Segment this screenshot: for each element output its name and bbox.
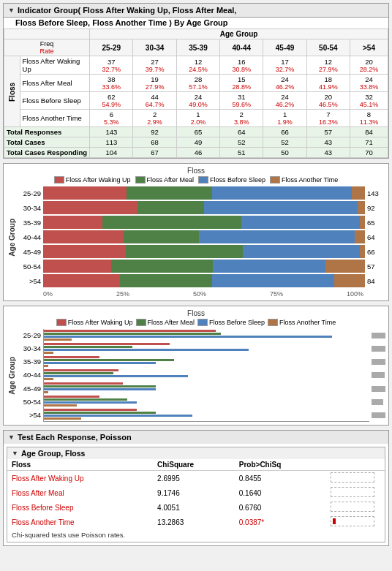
freq-bar-3-2 [44, 375, 188, 377]
share-bar-row-1 [43, 201, 365, 214]
section-title2: Floss Before Sleep, Floss Another Time )… [4, 18, 388, 29]
chi-sparkline-0 [326, 471, 385, 486]
legend-color-3 [270, 176, 280, 184]
freq-legend-item-2: Floss Before Sleep [197, 319, 265, 326]
total-row-label-1: Total Cases [4, 137, 90, 148]
freq-chart-legend: Floss After Waking UpFloss After MealFlo… [7, 319, 385, 326]
legend-color-1 [135, 176, 146, 184]
share-total-5: 57 [367, 260, 385, 274]
freq-y-label-2: 35-39 [17, 356, 41, 368]
freq-total-3 [372, 369, 385, 381]
share-total-1: 92 [367, 201, 385, 216]
total-cell-2-4: 50 [263, 148, 306, 158]
freq-rate-label: FreqRate [4, 39, 90, 56]
share-total-3: 64 [367, 230, 385, 245]
age-col-header: 30-34 [133, 39, 176, 56]
freq-legend-color-2 [197, 319, 208, 326]
share-bar-seg-1-0 [43, 201, 137, 214]
freq-total-bar-3 [372, 372, 385, 378]
total-cell-0-1: 92 [133, 127, 176, 137]
table-cell-3-0: 65.3% [90, 110, 133, 127]
freq-total-1 [372, 343, 385, 355]
freq-bar-3-0 [44, 369, 118, 371]
share-bar-row-5 [43, 260, 365, 273]
chi-sparkline-1 [326, 485, 385, 500]
chi-prob-0: 0.8455 [235, 471, 326, 486]
chi-sparkline-2 [326, 500, 385, 515]
freq-bar-6-3 [44, 417, 81, 420]
total-cell-1-6: 71 [350, 137, 388, 148]
collapse-icon[interactable]: ▼ [8, 7, 15, 14]
freq-bar-2-2 [44, 362, 156, 364]
share-y-label-2: 35-39 [17, 216, 41, 230]
test-collapse-icon[interactable]: ▼ [8, 434, 15, 441]
share-totals: 143926564665784 [365, 186, 385, 289]
share-y-label-4: 45-49 [17, 245, 41, 260]
freq-bar-2-1 [44, 359, 174, 361]
freq-bar-5-1 [44, 398, 127, 401]
legend-label-0: Floss After Waking Up [66, 176, 131, 184]
table-cell-2-5: 2046.5% [306, 92, 350, 110]
main-container: ▼ Indicator Group( Floss After Waking Up… [0, 0, 392, 553]
share-bar-row-6 [43, 274, 365, 287]
freq-bar-0-2 [44, 336, 332, 338]
chi-col2: ChiSquare [153, 459, 235, 471]
table-cell-3-5: 716.3% [306, 110, 350, 127]
share-chart-legend: Floss After Waking UpFloss After MealFlo… [7, 176, 385, 184]
share-bar-seg-4-0 [43, 245, 126, 258]
table-cell-3-2: 12.0% [176, 110, 219, 127]
table-cell-0-5: 1227.9% [306, 56, 350, 75]
chi-col3: Prob>ChiSq [235, 459, 326, 471]
chi-prob-3: 0.0387* [235, 515, 326, 529]
table-cell-1-0: 3833.6% [90, 75, 133, 92]
freq-bar-6-0 [44, 409, 137, 411]
table-cell-0-2: 1224.5% [176, 56, 219, 75]
freq-legend-color-1 [136, 319, 146, 326]
share-bar-seg-6-1 [120, 274, 212, 287]
share-bar-seg-0-3 [352, 186, 365, 200]
table-cell-2-6: 3245.1% [350, 92, 388, 110]
table-cell-3-4: 11.9% [263, 110, 306, 127]
share-bar-seg-3-2 [199, 230, 355, 243]
freq-total-4 [372, 383, 385, 395]
chi-row-label-2: Floss Before Sleep [7, 500, 153, 515]
total-cell-2-3: 51 [220, 148, 263, 158]
freq-bar-2-0 [44, 356, 99, 358]
share-y-label-3: 40-44 [17, 230, 41, 245]
freq-total-bar-5 [372, 399, 383, 405]
total-cell-0-0: 143 [90, 127, 133, 137]
table-cell-0-4: 1732.7% [263, 56, 306, 75]
share-bar-row-2 [43, 216, 365, 229]
freq-total-bar-6 [372, 412, 385, 418]
sub-collapse-icon[interactable]: ▼ [12, 450, 18, 457]
freq-total-bar-4 [372, 386, 385, 392]
age-col-header: >54 [350, 39, 388, 56]
chi-val-3: 13.2863 [153, 515, 235, 529]
test-title: Test Each Response, Poisson [18, 433, 132, 442]
chi-row-label-3: Floss Another Time [7, 515, 153, 529]
chi-prob-1: 0.1640 [235, 485, 326, 500]
freq-legend-item-0: Floss After Waking Up [56, 319, 133, 326]
freq-y-label-3: 40-44 [17, 369, 41, 381]
freq-bar-0-3 [44, 339, 72, 341]
chi-prob-2: 0.6760 [235, 500, 326, 515]
sub-row-label-3: Floss Another Time [20, 110, 90, 127]
share-bar-seg-3-1 [124, 230, 199, 243]
chi-val-2: 4.0051 [153, 500, 235, 515]
freq-totals [369, 329, 385, 422]
freq-bar-1-2 [44, 349, 249, 351]
table-cell-1-5: 1841.9% [306, 75, 350, 92]
age-col-header: 50-54 [306, 39, 350, 56]
share-bar-seg-1-1 [137, 201, 204, 214]
freq-legend-label-3: Floss Another Time [279, 319, 336, 326]
share-bar-seg-2-0 [43, 216, 102, 229]
freq-y-label-1: 30-34 [17, 343, 41, 355]
share-bar-seg-6-2 [212, 274, 335, 287]
freq-legend-item-1: Floss After Meal [136, 319, 195, 326]
share-legend-item-2: Floss Before Sleep [198, 176, 265, 184]
share-x-axis: 0%25%50%75%100% [7, 290, 385, 298]
sub-row-label-2: Floss Before Sleep [20, 92, 90, 110]
freq-legend-label-0: Floss After Waking Up [68, 319, 133, 326]
share-bar-seg-1-3 [358, 201, 365, 214]
age-col-header: 35-39 [176, 39, 219, 56]
